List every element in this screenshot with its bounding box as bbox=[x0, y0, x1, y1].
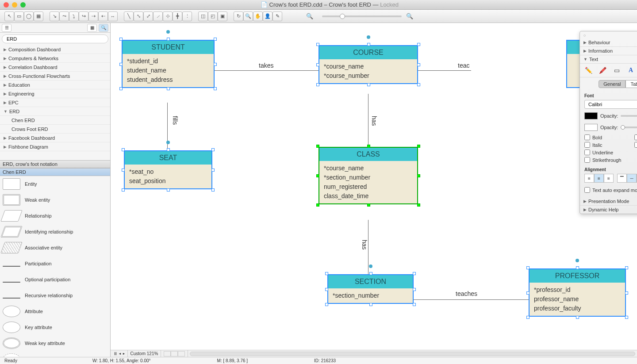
tree-item[interactable]: ▶Engineering bbox=[0, 89, 110, 98]
text-style-icon-3[interactable]: ▭ bbox=[612, 65, 622, 75]
tree-item[interactable]: ▶Cross-Functional Flowcharts bbox=[0, 72, 110, 80]
entity-seat[interactable]: SEAT *seat_no seat_position bbox=[124, 150, 212, 189]
close-window-button[interactable] bbox=[4, 2, 9, 8]
connector-tool-1[interactable]: ↘ bbox=[50, 11, 59, 21]
group-tool-1[interactable]: ◫ bbox=[198, 11, 208, 21]
shape-item[interactable]: Key attribute bbox=[0, 319, 110, 335]
page-nav[interactable]: ⏸ ◀ ▶ bbox=[111, 350, 128, 357]
inspector-section-dynamic[interactable]: ▶Dynamic Help bbox=[580, 206, 637, 214]
view-mode-2[interactable] bbox=[171, 351, 178, 356]
align-right-button[interactable]: ≡ bbox=[604, 174, 614, 183]
inspector-tab-general[interactable]: General bbox=[599, 80, 625, 88]
entity-section[interactable]: SECTION *section_number bbox=[327, 274, 414, 304]
shape-item[interactable]: Participation bbox=[0, 256, 110, 272]
entity-class[interactable]: CLASS *course_name *section_number num_r… bbox=[318, 147, 418, 204]
library-search-input[interactable] bbox=[2, 34, 108, 43]
zoom-out-icon[interactable]: 🔍 bbox=[306, 13, 313, 19]
connector-tool-5[interactable]: ⇢ bbox=[88, 11, 98, 21]
connector-tool-6[interactable]: ⇠ bbox=[98, 11, 108, 21]
line-tool-4[interactable]: ⟋ bbox=[153, 11, 163, 21]
shape-group-header-selected[interactable]: Chen ERD bbox=[0, 168, 110, 176]
connector-tool-2[interactable]: ⤳ bbox=[59, 11, 69, 21]
tree-item-child[interactable]: Crows Foot ERD bbox=[0, 125, 110, 134]
group-tool-2[interactable]: ◰ bbox=[208, 11, 218, 21]
drawing-canvas[interactable]: takes teac fills has has teaches STUDENT… bbox=[111, 23, 637, 350]
bg-color-swatch[interactable] bbox=[584, 124, 598, 131]
inspector-section-information[interactable]: ▶Information bbox=[580, 47, 637, 55]
annotate-tool[interactable]: 👤 bbox=[263, 11, 272, 21]
connector-tool-7[interactable]: ↔ bbox=[108, 11, 118, 21]
inspector-section-behaviour[interactable]: ▶Behaviour bbox=[580, 38, 637, 47]
line-tool-2[interactable]: ⤡ bbox=[134, 11, 143, 21]
italic-checkbox[interactable] bbox=[584, 142, 590, 148]
pen-tool[interactable]: ✎ bbox=[272, 11, 282, 21]
line-tool-6[interactable]: ╋ bbox=[173, 11, 182, 21]
tree-item[interactable]: ▶Education bbox=[0, 80, 110, 89]
sub-checkbox[interactable] bbox=[634, 142, 637, 148]
inspector-section-text[interactable]: ▼Text bbox=[580, 55, 637, 64]
entity-course[interactable]: COURSE *course_name *course_number bbox=[318, 45, 418, 84]
ellipse-tool[interactable]: ◯ bbox=[24, 11, 34, 21]
align-center-button[interactable]: ≡ bbox=[594, 174, 604, 183]
text-style-icon-1[interactable]: ✏️ bbox=[583, 65, 593, 75]
view-mode-1[interactable] bbox=[164, 351, 171, 356]
shape-item[interactable]: Weak key attribute bbox=[0, 335, 110, 351]
tree-item-child[interactable]: Chen ERD bbox=[0, 116, 110, 125]
inspector-tab-tabs[interactable]: Tabs bbox=[625, 80, 637, 88]
zoom-slider[interactable] bbox=[322, 15, 402, 17]
shape-item[interactable]: Recursive relationship bbox=[0, 287, 110, 303]
entity-student[interactable]: STUDENT *student_id student_name student… bbox=[122, 40, 215, 88]
pan-tool[interactable]: ✋ bbox=[253, 11, 263, 21]
table-tool[interactable]: ▦ bbox=[34, 11, 43, 21]
zoom-display[interactable]: Custom 121% bbox=[128, 350, 161, 357]
shape-item[interactable]: Derived attribute bbox=[0, 351, 110, 357]
tree-item[interactable]: ▶Composition Dashboard bbox=[0, 45, 110, 54]
opacity-slider-2[interactable] bbox=[621, 126, 637, 128]
shape-group-header[interactable]: ERD, crow's foot notation bbox=[0, 160, 110, 168]
inspector-panel[interactable]: ○ ▶Behaviour ▶Information ▼Text ✏️ 🖍️ ▭ … bbox=[579, 31, 637, 214]
zoom-window-button[interactable] bbox=[20, 2, 26, 8]
horizontal-scrollbar[interactable] bbox=[190, 352, 635, 356]
tree-item[interactable]: ▼ERD bbox=[0, 107, 110, 116]
super-checkbox[interactable] bbox=[634, 134, 637, 140]
rect-tool[interactable]: ▭ bbox=[14, 11, 24, 21]
text-style-icon-2[interactable]: 🖍️ bbox=[598, 65, 607, 75]
tree-item[interactable]: ▶Fishbone Diagram bbox=[0, 142, 110, 151]
panel-tab-grid[interactable]: ▦ bbox=[87, 24, 97, 32]
shape-item[interactable]: Identifying relationship bbox=[0, 224, 110, 240]
select-tool[interactable]: ↖ bbox=[4, 11, 14, 21]
zoom-tool[interactable]: 🔍 bbox=[243, 11, 253, 21]
panel-tab-tree[interactable]: ☰ bbox=[2, 24, 12, 32]
shape-item[interactable]: Weak entity bbox=[0, 192, 110, 208]
group-tool-3[interactable]: ▣ bbox=[218, 11, 227, 21]
entity-professor[interactable]: PROFESSOR *professor_id professor_name p… bbox=[529, 268, 626, 317]
underline-checkbox[interactable] bbox=[584, 149, 590, 155]
shape-item[interactable]: Relationship bbox=[0, 208, 110, 224]
tree-item[interactable]: ▶EPC bbox=[0, 98, 110, 107]
tree-item[interactable]: ▶Facebook Dashboard bbox=[0, 134, 110, 142]
shape-item[interactable]: Associative entity bbox=[0, 240, 110, 256]
panel-tab-search[interactable]: 🔍 bbox=[99, 24, 108, 32]
minimize-window-button[interactable] bbox=[12, 2, 17, 8]
valign-mid-button[interactable]: ─ bbox=[627, 174, 637, 183]
tree-item[interactable]: ▶Correlation Dashboard bbox=[0, 63, 110, 72]
valign-top-button[interactable]: ▔ bbox=[617, 174, 627, 183]
line-tool-7[interactable]: ⋮ bbox=[182, 11, 192, 21]
font-family-select[interactable]: Calibri bbox=[584, 100, 637, 109]
bold-checkbox[interactable] bbox=[584, 134, 590, 140]
text-style-icon-4[interactable]: A bbox=[626, 65, 636, 75]
text-color-swatch[interactable] bbox=[584, 112, 598, 119]
inspector-section-presentation[interactable]: ▶Presentation Mode bbox=[580, 197, 637, 206]
line-tool-3[interactable]: ⤢ bbox=[143, 11, 153, 21]
shape-item[interactable]: Attribute bbox=[0, 303, 110, 319]
view-mode-3[interactable] bbox=[178, 351, 185, 356]
connector-tool-4[interactable]: ↪ bbox=[79, 11, 88, 21]
tree-item[interactable]: ▶Computers & Networks bbox=[0, 54, 110, 63]
rotate-tool[interactable]: ↻ bbox=[234, 11, 243, 21]
line-tool-5[interactable]: ⊹ bbox=[163, 11, 173, 21]
shape-item[interactable]: Optional participation bbox=[0, 272, 110, 287]
opacity-slider-1[interactable] bbox=[621, 115, 637, 117]
zoom-in-icon[interactable]: 🔍 bbox=[406, 13, 413, 19]
strike-checkbox[interactable] bbox=[584, 157, 590, 163]
shape-item[interactable]: Entity bbox=[0, 176, 110, 192]
